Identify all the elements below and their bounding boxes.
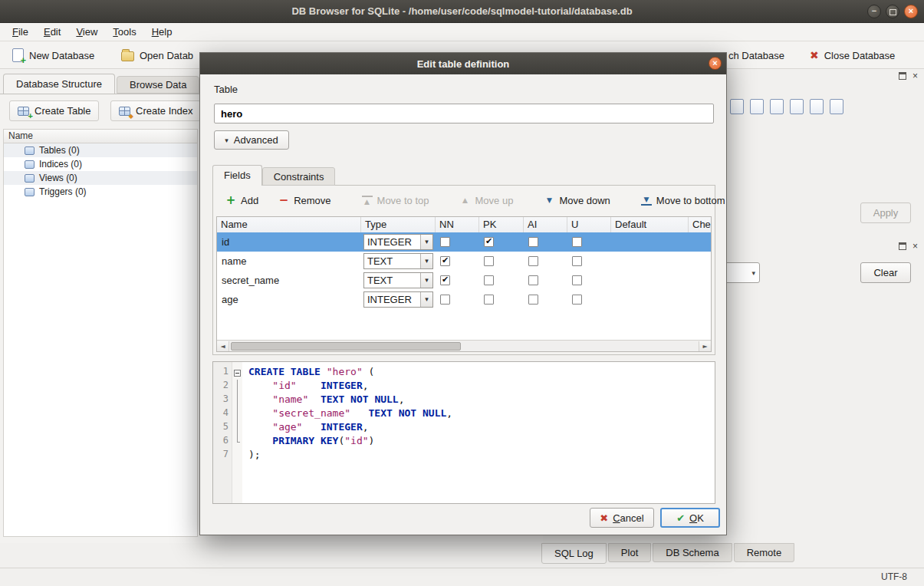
tree-item-tables-0-[interactable]: Tables (0) [4,143,197,157]
line-number: 4 [213,407,232,421]
cell-editor-toolbar-icon[interactable] [810,99,824,114]
field-type-combobox[interactable]: INTEGER▾ [363,291,433,308]
scrollbar-thumb[interactable] [231,342,461,351]
dialog-close-icon[interactable]: × [709,57,722,70]
menu-help[interactable]: Help [144,24,180,40]
attach-database-button[interactable]: ch Database [722,44,791,66]
tree-item-views-0-[interactable]: Views (0) [4,171,197,185]
cell-editor-toolbar-icon[interactable] [790,99,804,114]
dialog-titlebar[interactable]: Edit table definition × [200,53,726,74]
maximize-icon[interactable] [886,5,899,18]
nn-checkbox[interactable] [440,275,450,285]
line-number: 5 [213,421,232,435]
field-type-combobox[interactable]: INTEGER▾ [363,234,433,250]
column-header-u[interactable]: U [567,217,611,232]
sql-line: 1CREATE TABLE "hero" ( [213,366,715,380]
tab-fields[interactable]: Fields [212,165,262,186]
tab-remote[interactable]: Remote [734,543,795,562]
nn-checkbox[interactable] [440,237,450,247]
close-database-button[interactable]: ✖ Close Database [804,44,901,66]
table-row[interactable]: ageINTEGER▾ [217,290,711,309]
remove-button[interactable]: −Remove [272,193,337,209]
ai-checkbox[interactable] [528,256,538,266]
sql-preview[interactable]: 1CREATE TABLE "hero" (2 "id" INTEGER,3 "… [212,361,715,504]
ai-checkbox[interactable] [528,237,538,247]
column-header-name[interactable]: Name [217,217,361,232]
tab-sql-log[interactable]: SQL Log [541,543,607,564]
cancel-button[interactable]: ✖ Cancel [590,508,654,528]
scroll-left-icon[interactable]: ◄ [217,341,229,351]
tree-item-triggers-0-[interactable]: Triggers (0) [4,185,197,199]
window-titlebar[interactable]: DB Browser for SQLite - /home/user/code/… [0,0,924,23]
ai-checkbox[interactable] [528,295,538,305]
menu-view[interactable]: View [68,24,105,40]
pk-checkbox[interactable] [484,295,494,305]
u-checkbox[interactable] [572,295,582,305]
column-header-type[interactable]: Type [361,217,436,232]
table-name-input[interactable] [214,104,714,123]
table-row[interactable]: idINTEGER▾ [217,232,711,252]
grid-header: NameTypeNNPKAIUDefaultChe [217,217,711,232]
field-type-combobox[interactable]: TEXT▾ [363,272,433,288]
cell-editor-toolbar-icon[interactable] [830,99,843,114]
cell-editor-toolbar-icon[interactable] [750,99,764,114]
fold-margin [232,421,242,435]
column-header-default[interactable]: Default [611,217,689,232]
ai-checkbox[interactable] [528,275,538,285]
pk-checkbox[interactable] [484,237,494,247]
field-type-combobox[interactable]: TEXT▾ [363,253,433,269]
tab-constraints[interactable]: Constraints [262,167,336,186]
nn-checkbox[interactable] [440,295,450,305]
sql-code: CREATE TABLE "hero" ( [242,366,715,380]
tab-browse-data[interactable]: Browse Data [117,76,199,94]
u-checkbox[interactable] [572,275,582,285]
statusbar: UTF-8 [0,568,924,586]
nn-cell [436,232,479,252]
ok-icon: ✔ [676,512,685,524]
horizontal-scrollbar[interactable]: ◄ ► [217,340,711,351]
table-row[interactable]: nameTEXT▾ [217,252,711,271]
fold-collapse-icon[interactable] [234,370,241,377]
create-index-button[interactable]: ◆ Create Index [110,100,201,121]
dock-close-icon[interactable]: × [912,242,918,250]
new-database-button[interactable]: New Database [6,44,100,66]
dock-float-icon[interactable] [899,242,906,250]
advanced-toggle-button[interactable]: ▾ Advanced [214,130,289,150]
column-header-ai[interactable]: AI [524,217,567,232]
tab-database-structure[interactable]: Database Structure [3,74,115,94]
field-type-cell: INTEGER▾ [361,232,436,252]
pk-checkbox[interactable] [484,256,494,266]
pk-checkbox[interactable] [484,275,494,285]
field-check [689,290,712,309]
cell-editor-toolbar-icon[interactable] [770,99,784,114]
column-header-pk[interactable]: PK [479,217,524,232]
minimize-icon[interactable]: − [867,5,881,18]
menu-tools[interactable]: Tools [105,24,143,40]
field-name: id [217,232,361,252]
tree-item-indices-0-[interactable]: Indices (0) [4,157,197,171]
move-bottom-button[interactable]: ▼Move to bottom [635,193,732,209]
create-table-button[interactable]: + Create Table [9,100,99,121]
tab-plot[interactable]: Plot [608,543,651,562]
column-header-nn[interactable]: NN [436,217,479,232]
u-checkbox[interactable] [572,237,582,247]
menu-file[interactable]: File [5,24,36,40]
clear-button[interactable]: Clear [860,262,911,283]
u-checkbox[interactable] [572,256,582,266]
dock-float-icon[interactable] [899,72,906,80]
close-window-icon[interactable]: × [904,5,918,18]
tree-item-label: Triggers (0) [39,186,87,197]
column-header-che[interactable]: Che [689,217,712,232]
dock-close-icon[interactable]: × [912,72,918,80]
cell-editor-toolbar-icon[interactable] [730,99,744,114]
open-database-button[interactable]: Open Datab [115,44,199,66]
move-down-button[interactable]: ▼Move down [538,193,616,209]
table-row[interactable]: secret_nameTEXT▾ [217,271,711,290]
tree-column-header[interactable]: Name [3,129,198,143]
ok-button[interactable]: ✔ OK [660,508,720,528]
nn-checkbox[interactable] [440,256,450,266]
menu-edit[interactable]: Edit [36,24,68,40]
add-button[interactable]: +Add [219,193,265,209]
scroll-right-icon[interactable]: ► [699,341,711,351]
tab-db-schema[interactable]: DB Schema [653,543,732,562]
